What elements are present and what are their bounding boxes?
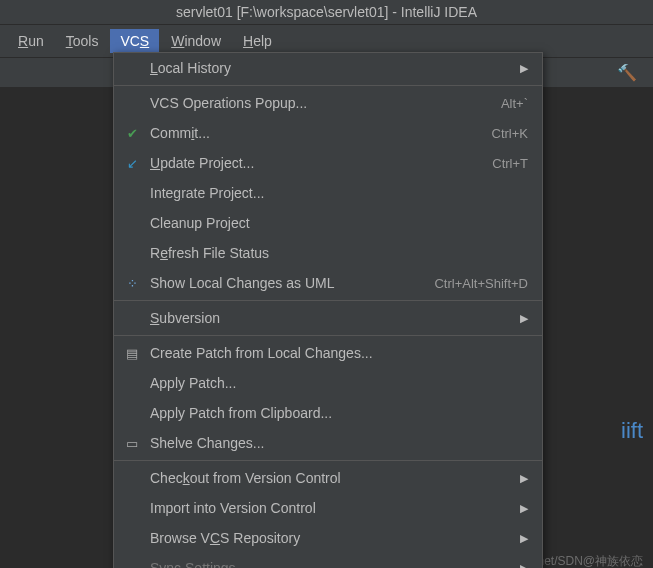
- submenu-arrow-icon: ▶: [520, 312, 528, 325]
- menu-run-label: Run: [18, 33, 44, 49]
- vcs-dropdown-menu: Local History ▶ VCS Operations Popup... …: [113, 52, 543, 568]
- vcs-ops-label: VCS Operations Popup...: [150, 95, 481, 111]
- uml-icon: ⁘: [122, 276, 142, 291]
- window-title: servlet01 [F:\workspace\servlet01] - Int…: [0, 0, 653, 25]
- menu-help-label: Help: [243, 33, 272, 49]
- menu-cleanup-project[interactable]: Cleanup Project: [114, 208, 542, 238]
- submenu-arrow-icon: ▶: [520, 502, 528, 515]
- menu-local-history[interactable]: Local History ▶: [114, 53, 542, 83]
- create-patch-label: Create Patch from Local Changes...: [150, 345, 528, 361]
- menu-apply-patch[interactable]: Apply Patch...: [114, 368, 542, 398]
- update-label: Update Project...: [150, 155, 472, 171]
- integrate-label: Integrate Project...: [150, 185, 528, 201]
- update-shortcut: Ctrl+T: [492, 156, 528, 171]
- sync-label: Sync Settings: [150, 560, 510, 568]
- menu-shelve-changes[interactable]: ▭ Shelve Changes...: [114, 428, 542, 458]
- separator: [114, 335, 542, 336]
- menu-vcs-label: VCS: [120, 33, 149, 49]
- bg-hint-text: iift: [621, 418, 643, 444]
- menu-apply-patch-clipboard[interactable]: Apply Patch from Clipboard...: [114, 398, 542, 428]
- shelve-label: Shelve Changes...: [150, 435, 528, 451]
- update-arrow-icon: ↙: [122, 156, 142, 171]
- menu-import-vc[interactable]: Import into Version Control ▶: [114, 493, 542, 523]
- menu-integrate-project[interactable]: Integrate Project...: [114, 178, 542, 208]
- menu-window-label: Window: [171, 33, 221, 49]
- menu-vcs-operations[interactable]: VCS Operations Popup... Alt+`: [114, 88, 542, 118]
- menu-browse-repo[interactable]: Browse VCS Repository ▶: [114, 523, 542, 553]
- build-icon[interactable]: 🔨: [617, 63, 637, 82]
- submenu-arrow-icon: ▶: [520, 532, 528, 545]
- commit-shortcut: Ctrl+K: [492, 126, 528, 141]
- menu-checkout-vc[interactable]: Checkout from Version Control ▶: [114, 463, 542, 493]
- refresh-label: Refresh File Status: [150, 245, 528, 261]
- vcs-ops-shortcut: Alt+`: [501, 96, 528, 111]
- apply-patch-label: Apply Patch...: [150, 375, 528, 391]
- local-history-label: Local History: [150, 60, 510, 76]
- menu-tools[interactable]: Tools: [56, 29, 109, 53]
- browse-label: Browse VCS Repository: [150, 530, 510, 546]
- submenu-arrow-icon: ▶: [520, 472, 528, 485]
- menu-vcs[interactable]: VCS: [110, 29, 159, 53]
- apply-clip-label: Apply Patch from Clipboard...: [150, 405, 528, 421]
- show-uml-shortcut: Ctrl+Alt+Shift+D: [434, 276, 528, 291]
- menu-help[interactable]: Help: [233, 29, 282, 53]
- menu-commit[interactable]: ✔ Commit... Ctrl+K: [114, 118, 542, 148]
- patch-icon: ▤: [122, 346, 142, 361]
- cleanup-label: Cleanup Project: [150, 215, 528, 231]
- menu-sync-settings: Sync Settings ▶: [114, 553, 542, 568]
- menu-refresh-status[interactable]: Refresh File Status: [114, 238, 542, 268]
- import-label: Import into Version Control: [150, 500, 510, 516]
- checkout-label: Checkout from Version Control: [150, 470, 510, 486]
- menu-tools-label: Tools: [66, 33, 99, 49]
- menu-create-patch[interactable]: ▤ Create Patch from Local Changes...: [114, 338, 542, 368]
- checkmark-icon: ✔: [122, 126, 142, 141]
- submenu-arrow-icon: ▶: [520, 562, 528, 569]
- menu-run[interactable]: Run: [8, 29, 54, 53]
- separator: [114, 460, 542, 461]
- menu-subversion[interactable]: Subversion ▶: [114, 303, 542, 333]
- commit-label: Commit...: [150, 125, 472, 141]
- menu-update-project[interactable]: ↙ Update Project... Ctrl+T: [114, 148, 542, 178]
- shelve-icon: ▭: [122, 436, 142, 451]
- submenu-arrow-icon: ▶: [520, 62, 528, 75]
- menu-show-uml[interactable]: ⁘ Show Local Changes as UML Ctrl+Alt+Shi…: [114, 268, 542, 298]
- separator: [114, 300, 542, 301]
- subversion-label: Subversion: [150, 310, 510, 326]
- separator: [114, 85, 542, 86]
- menu-window[interactable]: Window: [161, 29, 231, 53]
- show-uml-label: Show Local Changes as UML: [150, 275, 414, 291]
